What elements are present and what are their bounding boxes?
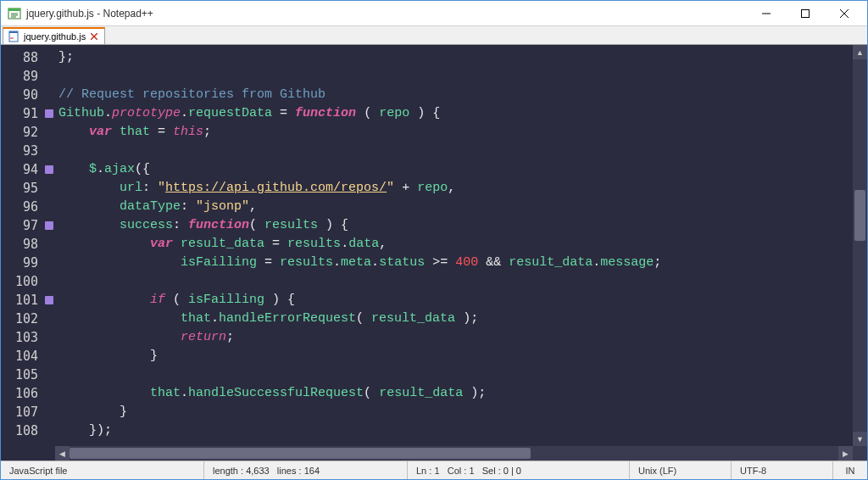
scroll-down-icon[interactable]: ▼ bbox=[853, 432, 867, 446]
line-number: 97 bbox=[1, 216, 38, 235]
code-area[interactable]: }; // Request repositories from GithubGi… bbox=[55, 45, 853, 446]
line-number: 99 bbox=[1, 254, 38, 272]
token-sym: }); bbox=[89, 423, 112, 438]
scroll-up-icon[interactable]: ▲ bbox=[853, 45, 867, 59]
token-kw: function bbox=[188, 218, 249, 232]
token-sym: ; bbox=[226, 330, 234, 344]
code-line: dataType: "jsonp", bbox=[58, 198, 853, 216]
code-line: var result_data = results.data, bbox=[58, 235, 853, 254]
line-number: 98 bbox=[1, 235, 38, 254]
app-icon bbox=[8, 7, 21, 20]
token-ident: results bbox=[280, 255, 333, 270]
scroll-thumb-horizontal[interactable] bbox=[70, 448, 531, 459]
token-ident: result_data bbox=[379, 386, 463, 400]
token-indent bbox=[58, 311, 181, 326]
token-indent bbox=[58, 125, 89, 139]
token-sym: ) { bbox=[409, 106, 440, 120]
scrollbar-corner bbox=[853, 446, 867, 460]
token-ident: meta bbox=[341, 255, 371, 270]
status-encoding: UTF-8 bbox=[732, 461, 833, 479]
status-col-label: Col : bbox=[448, 466, 467, 476]
fold-column bbox=[43, 45, 55, 446]
code-line: }; bbox=[58, 48, 853, 67]
status-sel-value: 0 | 0 bbox=[504, 466, 521, 476]
horizontal-scrollbar[interactable]: ◀ ▶ bbox=[1, 446, 867, 460]
scroll-left-icon[interactable]: ◀ bbox=[55, 446, 70, 460]
token-sym: = bbox=[272, 106, 295, 120]
code-line: } bbox=[58, 403, 853, 421]
close-button[interactable] bbox=[825, 1, 864, 26]
tab-close-icon[interactable] bbox=[89, 31, 99, 42]
token-ident: handleSuccessfulRequest bbox=[188, 386, 364, 400]
token-sym: . bbox=[181, 386, 188, 400]
fold-marker[interactable] bbox=[45, 109, 53, 118]
token-kw: function bbox=[295, 106, 356, 120]
fold-marker[interactable] bbox=[45, 165, 53, 174]
token-ident: Github bbox=[58, 106, 104, 120]
code-line: } bbox=[58, 347, 853, 366]
token-sym: . bbox=[181, 106, 188, 120]
token-ident: success bbox=[120, 218, 173, 232]
token-indent bbox=[58, 199, 120, 214]
token-kw2: this bbox=[173, 125, 203, 139]
token-ident: data bbox=[348, 237, 379, 251]
code-line: that.handleErrorRequest( result_data ); bbox=[58, 310, 853, 328]
fold-marker[interactable] bbox=[45, 221, 53, 230]
window-controls bbox=[747, 1, 864, 26]
token-comment: // Request repositories from Github bbox=[58, 87, 326, 102]
scroll-track-vertical[interactable] bbox=[853, 59, 867, 432]
token-sym: : bbox=[173, 218, 188, 232]
line-number: 92 bbox=[1, 123, 38, 142]
token-ident: repo bbox=[417, 181, 448, 195]
token-sym: , bbox=[379, 237, 387, 251]
token-kw: var bbox=[150, 237, 173, 251]
scroll-track-horizontal[interactable] bbox=[70, 446, 838, 460]
tab-file[interactable]: jquery.github.js bbox=[3, 27, 105, 44]
token-sym: . bbox=[593, 255, 600, 270]
status-length-value: 4,633 bbox=[246, 466, 270, 476]
token-indent bbox=[58, 162, 89, 176]
token-kw2: if bbox=[150, 293, 165, 307]
token-ident: that bbox=[150, 386, 181, 400]
line-number: 89 bbox=[1, 67, 38, 86]
token-ident: url bbox=[120, 181, 142, 195]
token-ident: that bbox=[181, 311, 211, 326]
token-indent bbox=[58, 386, 150, 400]
line-number: 95 bbox=[1, 179, 38, 198]
tab-label: jquery.github.js bbox=[24, 31, 86, 42]
status-bar: JavaScript file length : 4,633 lines : 1… bbox=[1, 460, 867, 479]
vertical-scrollbar[interactable]: ▲ ▼ bbox=[853, 45, 867, 446]
line-number: 88 bbox=[1, 48, 38, 67]
title-bar: jquery.github.js - Notepad++ bbox=[1, 1, 867, 26]
token-sym bbox=[173, 237, 181, 251]
scroll-right-icon[interactable]: ▶ bbox=[838, 446, 853, 460]
code-line bbox=[58, 272, 853, 291]
token-str: " bbox=[387, 181, 394, 195]
minimize-button[interactable] bbox=[747, 1, 786, 26]
status-sel-label: Sel : bbox=[482, 466, 501, 476]
token-sym: ( bbox=[364, 386, 379, 400]
token-ident: result_data bbox=[509, 255, 593, 270]
token-sym: } bbox=[120, 405, 127, 419]
line-number: 101 bbox=[1, 291, 38, 310]
maximize-button[interactable] bbox=[786, 1, 825, 26]
token-url: https://api.github.com/repos/ bbox=[165, 181, 387, 195]
token-ident: repo bbox=[379, 106, 409, 120]
code-line: // Request repositories from Github bbox=[58, 86, 853, 104]
token-sym: . bbox=[104, 106, 112, 120]
code-line: success: function( results ) { bbox=[58, 216, 853, 235]
scroll-thumb-vertical[interactable] bbox=[854, 190, 865, 241]
fold-marker[interactable] bbox=[45, 296, 53, 304]
token-sym: . bbox=[333, 255, 341, 270]
token-proto: prototype bbox=[112, 106, 181, 120]
line-number: 108 bbox=[1, 421, 38, 440]
line-number: 90 bbox=[1, 86, 38, 104]
line-number: 93 bbox=[1, 142, 38, 160]
token-sym: }; bbox=[58, 50, 74, 64]
token-sym: = bbox=[264, 237, 287, 251]
token-sym: , bbox=[448, 181, 455, 195]
token-indent bbox=[58, 349, 150, 363]
token-sym: . bbox=[371, 255, 379, 270]
token-sym: : bbox=[181, 199, 196, 214]
token-sym: . bbox=[211, 311, 219, 326]
